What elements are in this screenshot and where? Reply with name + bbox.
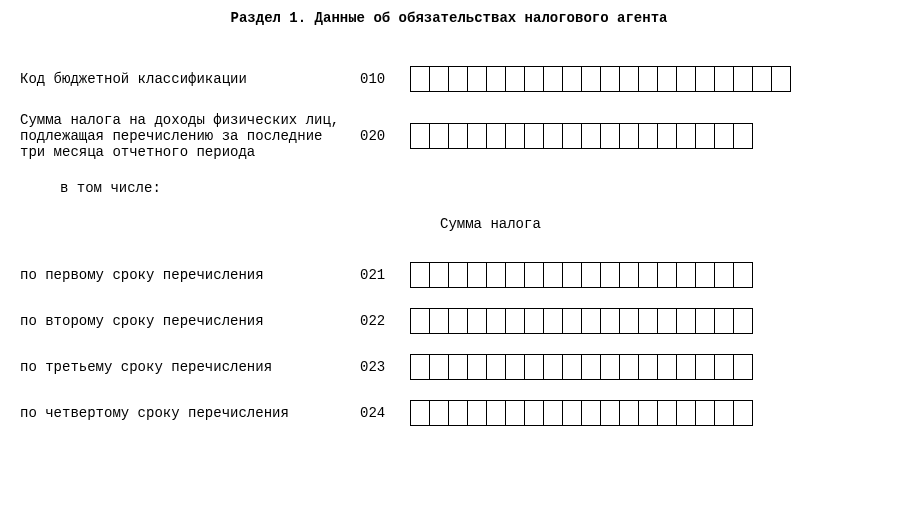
input-cell[interactable] — [714, 400, 734, 426]
input-cell[interactable] — [657, 262, 677, 288]
input-cell[interactable] — [714, 123, 734, 149]
input-cell[interactable] — [524, 354, 544, 380]
input-cell[interactable] — [619, 308, 639, 334]
input-cell[interactable] — [695, 354, 715, 380]
input-cell[interactable] — [581, 400, 601, 426]
input-cell[interactable] — [695, 123, 715, 149]
input-cell[interactable] — [410, 123, 430, 149]
input-cell[interactable] — [543, 354, 563, 380]
input-cell[interactable] — [695, 400, 715, 426]
input-cell[interactable] — [505, 66, 525, 92]
input-cell[interactable] — [505, 400, 525, 426]
input-cell[interactable] — [524, 262, 544, 288]
input-cell[interactable] — [505, 123, 525, 149]
input-cell[interactable] — [467, 66, 487, 92]
input-cell[interactable] — [581, 66, 601, 92]
input-cell[interactable] — [562, 262, 582, 288]
input-cell[interactable] — [600, 66, 620, 92]
input-cell[interactable] — [619, 400, 639, 426]
input-cell[interactable] — [467, 354, 487, 380]
input-cell[interactable] — [562, 308, 582, 334]
input-cell[interactable] — [581, 123, 601, 149]
input-cell[interactable] — [619, 66, 639, 92]
input-cell[interactable] — [733, 262, 753, 288]
row-020-cells[interactable] — [410, 123, 753, 149]
input-cell[interactable] — [638, 354, 658, 380]
input-cell[interactable] — [410, 354, 430, 380]
input-cell[interactable] — [467, 123, 487, 149]
input-cell[interactable] — [486, 400, 506, 426]
input-cell[interactable] — [543, 123, 563, 149]
input-cell[interactable] — [714, 66, 734, 92]
input-cell[interactable] — [657, 66, 677, 92]
input-cell[interactable] — [410, 308, 430, 334]
input-cell[interactable] — [600, 400, 620, 426]
input-cell[interactable] — [581, 354, 601, 380]
input-cell[interactable] — [486, 123, 506, 149]
input-cell[interactable] — [429, 308, 449, 334]
input-cell[interactable] — [695, 66, 715, 92]
input-cell[interactable] — [448, 308, 468, 334]
input-cell[interactable] — [695, 262, 715, 288]
input-cell[interactable] — [448, 400, 468, 426]
input-cell[interactable] — [467, 308, 487, 334]
input-cell[interactable] — [581, 262, 601, 288]
input-cell[interactable] — [524, 400, 544, 426]
input-cell[interactable] — [600, 262, 620, 288]
input-cell[interactable] — [676, 308, 696, 334]
input-cell[interactable] — [524, 66, 544, 92]
input-cell[interactable] — [695, 308, 715, 334]
input-cell[interactable] — [562, 123, 582, 149]
input-cell[interactable] — [676, 354, 696, 380]
input-cell[interactable] — [638, 66, 658, 92]
input-cell[interactable] — [600, 354, 620, 380]
input-cell[interactable] — [619, 123, 639, 149]
input-cell[interactable] — [429, 123, 449, 149]
input-cell[interactable] — [714, 308, 734, 334]
input-cell[interactable] — [429, 400, 449, 426]
input-cell[interactable] — [429, 262, 449, 288]
input-cell[interactable] — [733, 308, 753, 334]
input-cell[interactable] — [486, 354, 506, 380]
input-cell[interactable] — [638, 400, 658, 426]
input-cell[interactable] — [486, 66, 506, 92]
input-cell[interactable] — [638, 123, 658, 149]
input-cell[interactable] — [733, 66, 753, 92]
input-cell[interactable] — [543, 308, 563, 334]
input-cell[interactable] — [448, 66, 468, 92]
input-cell[interactable] — [429, 354, 449, 380]
input-cell[interactable] — [524, 308, 544, 334]
input-cell[interactable] — [543, 66, 563, 92]
input-cell[interactable] — [505, 354, 525, 380]
input-cell[interactable] — [524, 123, 544, 149]
input-cell[interactable] — [410, 66, 430, 92]
input-cell[interactable] — [733, 354, 753, 380]
input-cell[interactable] — [543, 262, 563, 288]
input-cell[interactable] — [657, 123, 677, 149]
input-cell[interactable] — [676, 262, 696, 288]
input-cell[interactable] — [562, 400, 582, 426]
input-cell[interactable] — [657, 400, 677, 426]
input-cell[interactable] — [448, 123, 468, 149]
input-cell[interactable] — [562, 354, 582, 380]
input-cell[interactable] — [657, 308, 677, 334]
row-023-cells[interactable] — [410, 354, 753, 380]
row-021-cells[interactable] — [410, 262, 753, 288]
input-cell[interactable] — [638, 262, 658, 288]
input-cell[interactable] — [448, 262, 468, 288]
input-cell[interactable] — [676, 66, 696, 92]
input-cell[interactable] — [543, 400, 563, 426]
input-cell[interactable] — [467, 262, 487, 288]
input-cell[interactable] — [486, 262, 506, 288]
input-cell[interactable] — [429, 66, 449, 92]
input-cell[interactable] — [562, 66, 582, 92]
input-cell[interactable] — [771, 66, 791, 92]
input-cell[interactable] — [486, 308, 506, 334]
input-cell[interactable] — [619, 354, 639, 380]
input-cell[interactable] — [505, 262, 525, 288]
input-cell[interactable] — [676, 400, 696, 426]
input-cell[interactable] — [581, 308, 601, 334]
input-cell[interactable] — [410, 262, 430, 288]
input-cell[interactable] — [619, 262, 639, 288]
input-cell[interactable] — [714, 354, 734, 380]
